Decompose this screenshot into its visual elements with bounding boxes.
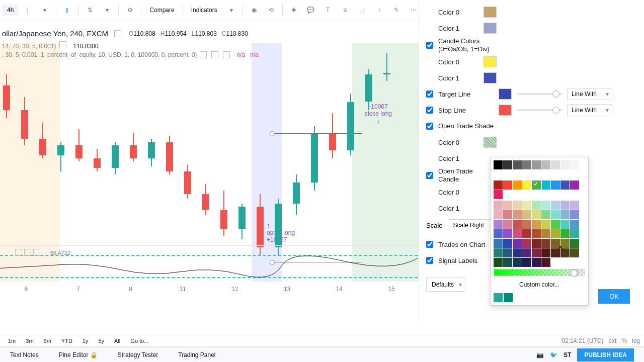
color-swatch[interactable] xyxy=(541,258,550,267)
chk-ots[interactable] xyxy=(426,123,433,130)
tab-strategy-tester[interactable]: Strategy Tester xyxy=(118,351,158,358)
color-swatch[interactable] xyxy=(522,210,531,219)
color-swatch[interactable] xyxy=(532,220,541,229)
color-swatch[interactable] xyxy=(503,248,512,257)
color-swatch[interactable] xyxy=(494,180,503,190)
color-swatch[interactable] xyxy=(532,229,541,238)
color-swatch[interactable] xyxy=(503,201,512,210)
recent-color[interactable] xyxy=(494,293,503,302)
fib-icon[interactable]: ⫼ xyxy=(354,2,370,18)
opacity-slider[interactable] xyxy=(517,93,562,95)
swatch-target[interactable] xyxy=(499,88,512,100)
brush-icon[interactable]: ✎ xyxy=(388,2,405,18)
swatch-color0[interactable] xyxy=(484,7,497,18)
comment-icon[interactable]: 💬 xyxy=(303,2,319,18)
color-swatch[interactable] xyxy=(551,180,560,190)
color-swatch[interactable] xyxy=(503,160,512,169)
color-swatch[interactable] xyxy=(522,160,531,169)
color-swatch[interactable] xyxy=(570,239,579,248)
color-swatch[interactable] xyxy=(513,229,522,238)
replay-icon[interactable]: ⟲ xyxy=(263,2,279,18)
chk-candle-colors[interactable] xyxy=(426,42,433,49)
color-swatch[interactable] xyxy=(551,229,560,238)
recent-color[interactable] xyxy=(504,293,513,302)
color-swatch[interactable] xyxy=(522,201,531,210)
color-swatch[interactable] xyxy=(551,220,560,229)
color-swatch[interactable] xyxy=(532,180,541,190)
color-swatch[interactable] xyxy=(541,220,550,229)
linewidth-dropdown[interactable]: Line With xyxy=(567,104,612,116)
tab-text-notes[interactable]: Text Notes xyxy=(10,351,39,358)
chk-signals[interactable] xyxy=(426,257,433,264)
color-swatch[interactable] xyxy=(513,210,522,219)
color-swatch[interactable] xyxy=(570,180,579,190)
candles-icon[interactable]: ⫿ xyxy=(59,2,75,18)
tf-1m[interactable]: 1m xyxy=(4,337,20,345)
ext-toggle[interactable]: ext xyxy=(608,337,616,344)
opacity-slider[interactable] xyxy=(517,109,562,111)
color-swatch[interactable] xyxy=(541,229,550,238)
color-swatch[interactable] xyxy=(570,210,579,219)
color-swatch[interactable] xyxy=(522,258,531,267)
color-swatch[interactable] xyxy=(503,229,512,238)
tab-trading-panel[interactable]: Trading Panel xyxy=(178,351,215,358)
compare-button[interactable]: Compare xyxy=(144,5,179,16)
indicators-button[interactable]: Indicators xyxy=(186,5,222,16)
timeframe-selector[interactable]: 4h xyxy=(2,5,19,16)
color-swatch[interactable] xyxy=(513,160,522,169)
color-swatch[interactable] xyxy=(513,239,522,248)
ok-button[interactable]: OK xyxy=(598,289,630,304)
color-swatch[interactable] xyxy=(560,160,570,169)
color-swatch[interactable] xyxy=(513,180,522,190)
custom-color-link[interactable]: Custom color... xyxy=(494,278,585,291)
color-swatch[interactable] xyxy=(522,229,531,238)
dropdown-icon[interactable]: ▾ xyxy=(223,2,239,18)
color-swatch[interactable] xyxy=(560,229,570,238)
color-swatch[interactable] xyxy=(570,248,579,257)
color-swatch[interactable] xyxy=(541,201,550,210)
color-swatch[interactable] xyxy=(532,248,541,257)
tf-5y[interactable]: 5y xyxy=(94,337,108,345)
swatch-color1[interactable] xyxy=(484,23,497,34)
color-swatch[interactable] xyxy=(570,229,579,238)
color-swatch[interactable] xyxy=(560,180,570,190)
color-swatch[interactable] xyxy=(560,201,570,210)
gear-icon[interactable]: ⚙ xyxy=(122,2,138,18)
color-swatch[interactable] xyxy=(522,248,531,257)
color-swatch[interactable] xyxy=(503,258,512,267)
color-swatch[interactable] xyxy=(560,220,570,229)
color-swatch[interactable] xyxy=(541,180,550,190)
color-swatch[interactable] xyxy=(541,210,550,219)
log-toggle[interactable]: log xyxy=(632,337,640,344)
color-swatch[interactable] xyxy=(513,220,522,229)
tf-Go to...[interactable]: Go to... xyxy=(126,337,152,345)
color-swatch[interactable] xyxy=(494,248,503,257)
color-swatch[interactable] xyxy=(494,229,503,238)
color-swatch[interactable] xyxy=(522,239,531,248)
arrow-icon[interactable]: ↑ xyxy=(371,2,387,18)
chk-trades[interactable] xyxy=(426,241,433,248)
swatch-ots0[interactable] xyxy=(484,137,497,148)
color-swatch[interactable] xyxy=(503,180,512,190)
color-swatch[interactable] xyxy=(560,210,570,219)
oscillator-pane[interactable]: 66.4722 xyxy=(0,245,418,286)
tf-3m[interactable]: 3m xyxy=(22,337,37,345)
chk-stop[interactable] xyxy=(426,107,433,114)
linewidth-dropdown[interactable]: Line With xyxy=(567,88,612,100)
color-swatch[interactable] xyxy=(532,210,541,219)
text-icon[interactable]: T xyxy=(320,2,336,18)
color-swatch[interactable] xyxy=(541,248,550,257)
color-swatch[interactable] xyxy=(494,239,503,248)
alert-icon[interactable]: ◉ xyxy=(246,2,262,18)
swatch-cc1[interactable] xyxy=(484,72,497,83)
color-swatch[interactable] xyxy=(532,201,541,210)
color-swatch[interactable] xyxy=(570,220,579,229)
color-swatch[interactable] xyxy=(570,201,579,210)
chk-target[interactable] xyxy=(426,90,433,98)
color-swatch[interactable] xyxy=(570,160,579,169)
eye-icon[interactable] xyxy=(114,30,121,37)
chk-otc[interactable] xyxy=(426,172,433,179)
scale-icon[interactable]: ⇅ xyxy=(82,2,98,18)
color-swatch[interactable] xyxy=(494,201,503,210)
color-swatch[interactable] xyxy=(541,160,550,169)
